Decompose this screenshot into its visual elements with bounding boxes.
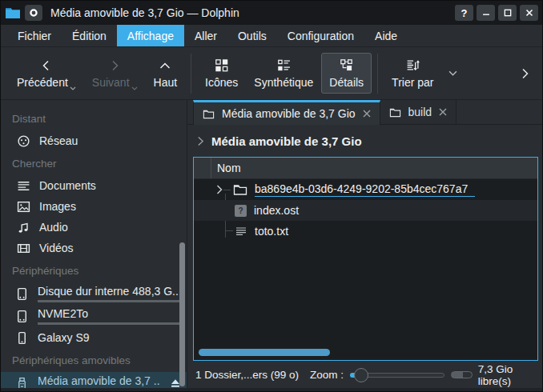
menu-configuration[interactable]: Configuration [277,25,364,46]
breadcrumb: Média amovible de 3,7 Gio [187,125,542,157]
hard-drive-icon [15,287,29,301]
details-view-button[interactable]: Détails [321,53,372,94]
compact-view-button[interactable]: Synthétique [246,53,321,94]
sidebar-item-audio[interactable]: Audio [1,217,187,238]
ring-icon [28,7,39,18]
file-name[interactable]: ba869e4b-03d6-4249-9202-85b4cec767a7 [255,182,475,197]
sidebar-scrollbar[interactable] [179,242,185,386]
status-bar: 1 Dossier,...ers (99 o) Zoom : 7,3 Gio l… [187,362,542,388]
zoom-label: Zoom : [310,369,344,381]
sidebar-item-reseau[interactable]: Réseau [1,130,187,151]
menu-outils[interactable]: Outils [227,25,277,46]
sidebar-item-nvme2to[interactable]: NVME2To [1,305,187,327]
sort-dropdown-caret-icon[interactable] [448,70,457,76]
back-icon [40,58,53,72]
unknown-file-icon: ? [235,205,247,217]
window-menu-button[interactable] [25,5,42,21]
titlebar: Média amovible de 3,7 Gio — Dolphin ? [1,1,542,25]
dropdown-caret-icon [70,86,76,90]
compact-view-icon [277,58,291,72]
section-header-distant: Distant [1,106,187,130]
image-icon [17,200,30,214]
tabbar-empty-space [457,100,542,124]
menu-aller[interactable]: Aller [184,25,227,46]
section-header-peripheriques-amovibles: Périphériques amovibles [1,348,187,372]
horizontal-scrollbar[interactable] [199,349,330,356]
sidebar-item-galaxy-s9[interactable]: Galaxy S9 [1,327,187,348]
column-header-row: Nom [194,158,537,179]
sidebar-item-media-amovible[interactable]: Média amovible de 3,7 ... [1,372,187,388]
forward-icon [108,58,121,72]
toolbar-overflow-button[interactable] [518,67,534,80]
menu-affichage[interactable]: Affichage [117,25,184,46]
folder-icon [233,183,247,196]
dolphin-window: Média amovible de 3,7 Gio — Dolphin ? Fi… [0,0,543,392]
free-space-label: 7,3 Gio libre(s) [478,363,534,387]
minimize-icon [481,7,492,18]
file-row-index-ost[interactable]: ? index.ost [194,200,537,221]
minimize-button[interactable] [477,5,495,21]
close-icon [524,7,535,18]
app-folder-icon [5,6,21,20]
free-space-bar [451,371,473,378]
details-view-icon [340,58,353,72]
maximize-button[interactable] [498,5,517,21]
document-lines-icon [17,179,30,193]
selection-summary: 1 Dossier,...ers (99 o) [195,369,299,381]
file-row-folder[interactable]: ba869e4b-03d6-4249-9202-85b4cec767a7 [194,179,537,200]
breadcrumb-location[interactable]: Média amovible de 3,7 Gio [211,134,362,148]
file-name[interactable]: index.ost [254,204,299,217]
menubar: Fichier Édition Affichage Aller Outils C… [1,25,542,47]
expander-column-header [194,158,211,178]
zoom-slider-handle[interactable] [354,368,368,382]
forward-button[interactable]: Suivant [84,53,146,94]
column-header-nom[interactable]: Nom [211,162,241,174]
icons-view-button[interactable]: Icônes [197,53,246,94]
menu-aide[interactable]: Aide [364,25,408,46]
tab-close-icon[interactable] [363,110,371,118]
usb-stick-icon [15,377,29,389]
window-bottom-edge [1,388,542,391]
sidebar-item-documents[interactable]: Documents [1,175,187,196]
file-row-toto-txt[interactable]: toto.txt [194,221,537,242]
chevron-right-icon [518,67,531,80]
menu-fichier[interactable]: Fichier [7,25,62,46]
expand-arrow-icon[interactable] [216,185,223,194]
sort-icon [406,58,420,72]
file-view: Nom [193,157,538,361]
close-button[interactable] [520,5,538,21]
music-note-icon [17,221,30,234]
dropdown-caret-icon [131,86,138,90]
tab-build[interactable]: build [380,100,457,124]
sort-by-button[interactable]: Trier par [384,53,441,94]
section-header-chercher: Chercher [1,151,187,175]
toolbar: Précédent Suivant Haut [1,47,542,100]
toolbar-separator [191,54,191,94]
film-icon [17,242,30,255]
tab-bar: Média amovible de 3,7 Gio build [187,100,542,125]
zoom-slider[interactable] [350,367,444,383]
icons-view-icon [215,58,228,72]
disk-usage-bar [38,322,182,325]
sidebar-item-videos[interactable]: Vidéos [1,238,187,258]
sidebar-item-images[interactable]: Images [1,196,187,217]
chevron-right-icon[interactable] [197,136,204,146]
toolbar-separator [377,54,378,94]
disk-usage-bar [38,300,182,302]
up-icon [159,58,171,72]
places-panel: Distant Réseau Chercher Documents [1,100,187,388]
folder-icon [389,106,401,118]
tab-media-amovible[interactable]: Média amovible de 3,7 Gio [193,100,380,125]
up-button[interactable]: Haut [146,53,186,94]
hard-drive-icon [15,310,29,323]
section-header-peripheriques: Périphériques [1,258,187,282]
help-button[interactable]: ? [455,5,473,21]
folder-icon [203,108,215,120]
menu-edition[interactable]: Édition [62,25,117,46]
maximize-icon [502,7,513,18]
phone-icon [15,331,29,345]
sidebar-item-disque-dur[interactable]: Disque dur interne 488,3 G... [1,282,187,305]
file-name[interactable]: toto.txt [255,225,288,238]
back-button[interactable]: Précédent [9,53,84,94]
tab-close-icon[interactable] [439,108,447,116]
